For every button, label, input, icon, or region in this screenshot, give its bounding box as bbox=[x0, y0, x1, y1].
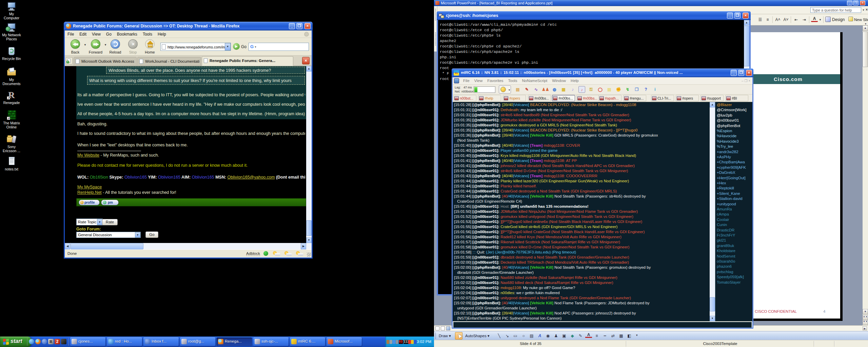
nick-item[interactable]: @n00bsvr01 bbox=[717, 118, 739, 122]
help-search-box[interactable]: Type a question for help bbox=[810, 7, 861, 13]
nick-item[interactable]: %Try_lee bbox=[717, 144, 733, 148]
quicklaunch-launcher[interactable] bbox=[61, 339, 66, 344]
desktop-icon-my-documents[interactable]: My Documents bbox=[1, 67, 22, 87]
adblock-status[interactable]: Adblock bbox=[246, 251, 260, 256]
minimize-button[interactable]: _ bbox=[289, 23, 295, 29]
mirc-minimize-button[interactable]: _ bbox=[731, 70, 737, 76]
nick-item[interactable]: @Blazer bbox=[717, 103, 732, 107]
line-style-icon[interactable]: ≡ bbox=[593, 333, 600, 339]
shadow-icon[interactable]: ▦ bbox=[618, 333, 625, 339]
forward-button[interactable]: Forward bbox=[88, 39, 103, 55]
decrease-font-icon[interactable]: A˅ bbox=[783, 16, 789, 23]
close-button[interactable]: × bbox=[304, 23, 311, 29]
back-button[interactable]: Back bbox=[67, 39, 83, 55]
mirc-menu-file[interactable]: File bbox=[461, 77, 472, 83]
autoshapes-menu-button[interactable]: AutoShapes ▾ bbox=[465, 333, 494, 339]
nick-item[interactable]: +Silent_Kane bbox=[717, 191, 740, 196]
nick-item[interactable]: pvtschlag bbox=[717, 270, 733, 274]
wordart-icon[interactable]: A bbox=[536, 333, 543, 339]
nick-item[interactable]: @phpRenBot bbox=[717, 124, 740, 128]
home-button[interactable]: Home bbox=[142, 39, 158, 55]
terminal-minimize-button[interactable]: _ bbox=[727, 13, 733, 19]
increase-font-icon[interactable]: A˄ bbox=[774, 16, 781, 23]
channel-button-6[interactable]: #n00bs... bbox=[576, 95, 599, 101]
nick-item[interactable]: %Havocide bbox=[717, 134, 736, 138]
terminal-close-button[interactable]: × bbox=[743, 13, 749, 19]
nick-item[interactable]: %Espion bbox=[717, 129, 732, 133]
menubar-close-icon[interactable]: × bbox=[866, 8, 868, 12]
nick-item[interactable]: cAmpa bbox=[717, 212, 729, 216]
ppt-close-button[interactable]: × bbox=[860, 1, 865, 5]
menu-file[interactable]: File bbox=[65, 30, 77, 37]
next-slide-button[interactable]: ▼▼ bbox=[863, 320, 868, 325]
channel-button-12[interactable]: #BI bbox=[725, 95, 748, 101]
channel-button-9[interactable]: CLI-Tri... bbox=[651, 95, 674, 101]
mirc-menu-help[interactable]: Help bbox=[568, 77, 581, 83]
url-bar[interactable]: http://www.renegadeforums.com/inde▼ bbox=[160, 43, 231, 51]
nick-item[interactable]: Kholdstare bbox=[717, 249, 735, 253]
ppt-restore-button[interactable]: ❐ bbox=[853, 1, 859, 5]
connect-button[interactable]: ▾ bbox=[499, 85, 511, 94]
numbering-icon[interactable]: ≡ bbox=[764, 16, 771, 23]
mirc-close-button[interactable]: × bbox=[746, 70, 752, 76]
stop-button[interactable]: ×Stop bbox=[125, 39, 141, 55]
favorites-icon[interactable]: ▦ bbox=[560, 86, 567, 93]
clipboard-icon[interactable]: ▤ bbox=[514, 86, 521, 93]
channel-button-11[interactable]: #support bbox=[701, 95, 724, 101]
stop-icon[interactable]: ◯ bbox=[597, 86, 604, 93]
rate-topic-select[interactable]: Rate Topic▼ bbox=[76, 219, 103, 225]
previous-slide-button[interactable]: ▲▲ bbox=[863, 315, 868, 320]
tray-dog-icon[interactable] bbox=[387, 340, 389, 344]
tray-bluetooth-icon[interactable] bbox=[414, 340, 417, 344]
arrow-style-icon[interactable]: ⇄ bbox=[610, 333, 616, 339]
mirc-menu-view[interactable]: View bbox=[472, 77, 485, 83]
font-color-icon-2[interactable]: A bbox=[585, 333, 592, 338]
desktop-icon-sony-ericsson[interactable]: Sony Ericsson ... bbox=[1, 134, 22, 154]
goto-forum-arrow[interactable]: ▼ bbox=[135, 232, 140, 238]
extension-status-icon[interactable] bbox=[263, 251, 268, 256]
design-button[interactable]: Design bbox=[825, 16, 850, 24]
nick-item[interactable]: +cypher909[AFK bbox=[717, 165, 746, 169]
mute-icon[interactable]: ♪ bbox=[578, 86, 585, 93]
chat-scroll-up[interactable]: ▲ bbox=[710, 102, 715, 107]
nick-item[interactable]: +ChopBam|Awa bbox=[717, 160, 745, 164]
channel-button-4[interactable]: #n00bs... bbox=[528, 95, 551, 101]
ppt-minimize-button[interactable]: _ bbox=[847, 1, 852, 5]
mirc-titlebar[interactable]: ircmIRC 6.16 :: NN 3.81 :: 15:02:11 :: n… bbox=[452, 68, 753, 77]
key-icon[interactable]: ⚿ bbox=[588, 86, 594, 93]
mirc-maximize-button[interactable]: ❐ bbox=[738, 70, 744, 76]
tray-audio-icon[interactable] bbox=[396, 340, 398, 344]
tray-seg93-icon[interactable]: 93 bbox=[399, 340, 403, 344]
script2-icon[interactable]: ↯ bbox=[624, 86, 631, 93]
nick-item[interactable]: TomatoSlayer bbox=[717, 280, 741, 284]
go-button[interactable]: ▶Go bbox=[233, 43, 246, 51]
channel-button-10[interactable]: #opers bbox=[676, 95, 699, 101]
mirc-menu-window[interactable]: Window bbox=[550, 77, 568, 83]
quicklaunch-msn[interactable] bbox=[29, 339, 34, 344]
quicklaunch-thunderbird[interactable] bbox=[42, 339, 47, 344]
nick-item[interactable]: @Crimson[Work] bbox=[717, 108, 747, 112]
drawbar-overflow[interactable]: ▾ bbox=[636, 333, 638, 337]
maximize-button[interactable]: ❐ bbox=[296, 23, 302, 29]
scroll-down-button[interactable]: ▼ bbox=[306, 238, 312, 243]
chat-scroll-down[interactable]: ▼ bbox=[710, 316, 715, 321]
line-color-icon[interactable]: ✎ bbox=[577, 333, 584, 339]
goto-forum-select[interactable]: General Discussion▼ bbox=[76, 232, 141, 238]
quicklaunch-firefox[interactable] bbox=[35, 339, 41, 344]
nick-item[interactable]: +andr3w282 bbox=[717, 150, 738, 154]
font-color-dropdown[interactable]: ▾ bbox=[818, 16, 822, 23]
nick-item[interactable]: DrasticDR bbox=[717, 228, 734, 232]
taskbar-button-3[interactable]: Inbox f... bbox=[143, 338, 179, 346]
content-vscrollbar[interactable]: ▲▼ bbox=[306, 66, 312, 243]
scroll-left-button[interactable]: ◀ bbox=[65, 243, 70, 249]
help-dropdown-icon[interactable]: ▼ bbox=[862, 9, 865, 11]
channel-button-7[interactable]: #apath... bbox=[598, 95, 622, 101]
goto-go-button[interactable]: Go bbox=[145, 231, 158, 238]
desktop-icon-renegade[interactable]: R↗Renegade bbox=[1, 90, 22, 110]
terminal-titlebar[interactable]: cjones@ssh: /home/cjones_❐× bbox=[437, 11, 751, 20]
taskbar-button-8[interactable]: Microsof... bbox=[327, 338, 362, 346]
line-icon[interactable]: ╲ bbox=[496, 333, 502, 339]
nick-item[interactable]: +unitygood bbox=[717, 202, 736, 206]
mirc-menu-favorites[interactable]: Favorites bbox=[485, 77, 506, 83]
draw-menu-button[interactable]: Draw ▾ bbox=[437, 333, 452, 339]
